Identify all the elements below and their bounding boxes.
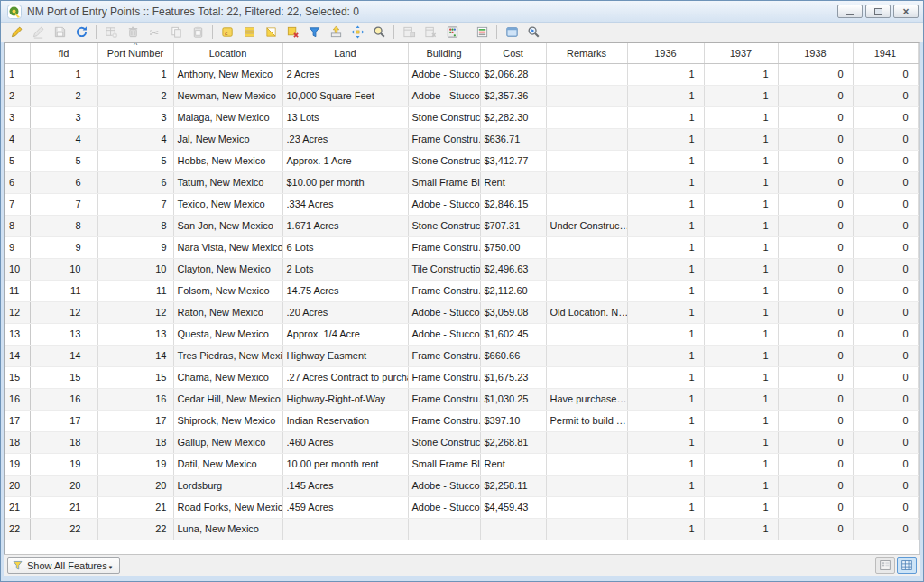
- cell-fid[interactable]: 11: [30, 280, 97, 301]
- row-number[interactable]: 18: [5, 431, 30, 453]
- column-header-y1938[interactable]: 1938: [778, 43, 853, 63]
- cell-location[interactable]: Folsom, New Mexico: [173, 280, 282, 301]
- cell-y1936[interactable]: 1: [627, 345, 704, 366]
- cell-building[interactable]: [408, 518, 480, 540]
- field-calculator-button[interactable]: [442, 23, 462, 42]
- zoom-to-selection-button[interactable]: [369, 23, 389, 42]
- cell-remarks[interactable]: [546, 193, 627, 215]
- cell-building[interactable]: Frame Constru…: [408, 128, 480, 150]
- cell-cost[interactable]: $2,268.81: [480, 431, 546, 453]
- cell-fid[interactable]: 19: [30, 453, 97, 475]
- row-number[interactable]: 11: [5, 280, 30, 301]
- cell-y1941[interactable]: 0: [853, 431, 918, 453]
- cell-y1938[interactable]: 0: [778, 128, 853, 150]
- delete-field-button[interactable]: [420, 23, 440, 42]
- cell-building[interactable]: Adobe - Stucco: [408, 475, 480, 496]
- row-number[interactable]: 10: [5, 258, 30, 280]
- row-number[interactable]: 4: [5, 128, 30, 150]
- cell-land[interactable]: Highway-Right-of-Way: [282, 388, 408, 410]
- cell-y1941[interactable]: 0: [853, 301, 918, 323]
- cell-y1941[interactable]: 0: [853, 496, 918, 518]
- cell-y1941[interactable]: 0: [853, 106, 918, 128]
- cell-y1937[interactable]: 1: [704, 518, 778, 540]
- cell-land[interactable]: .20 Acres: [282, 301, 408, 323]
- cell-cost[interactable]: $2,258.11: [480, 475, 546, 496]
- cell-remarks[interactable]: Old Location. N…: [546, 301, 627, 323]
- form-view-toggle[interactable]: [875, 557, 895, 574]
- cell-remarks[interactable]: [546, 171, 627, 193]
- cell-building[interactable]: Adobe - Stucco: [408, 301, 480, 323]
- cell-y1938[interactable]: 0: [778, 63, 853, 85]
- cell-location[interactable]: Anthony, New Mexico: [173, 63, 282, 85]
- dock-attribute-table-button[interactable]: [502, 23, 522, 42]
- cell-remarks[interactable]: [546, 280, 627, 301]
- cell-y1938[interactable]: 0: [778, 496, 853, 518]
- row-number[interactable]: 2: [5, 85, 30, 106]
- cell-location[interactable]: Jal, New Mexico: [173, 128, 282, 150]
- row-number[interactable]: 21: [5, 496, 30, 518]
- cell-y1938[interactable]: 0: [778, 301, 853, 323]
- cell-y1941[interactable]: 0: [853, 171, 918, 193]
- cell-port[interactable]: 22: [97, 518, 173, 540]
- cell-port[interactable]: 8: [97, 215, 173, 236]
- cell-y1936[interactable]: 1: [627, 366, 704, 388]
- cell-fid[interactable]: 9: [30, 236, 97, 258]
- cell-y1941[interactable]: 0: [853, 215, 918, 236]
- cell-cost[interactable]: Rent: [480, 171, 546, 193]
- cell-y1937[interactable]: 1: [704, 453, 778, 475]
- cell-y1936[interactable]: 1: [627, 258, 704, 280]
- cell-fid[interactable]: 8: [30, 215, 97, 236]
- cell-y1941[interactable]: 0: [853, 388, 918, 410]
- cell-location[interactable]: Datil, New Mexico: [173, 453, 282, 475]
- cell-port[interactable]: 18: [97, 431, 173, 453]
- cell-y1941[interactable]: 0: [853, 410, 918, 431]
- cell-building[interactable]: Stone Construc…: [408, 431, 480, 453]
- new-field-button[interactable]: [399, 23, 419, 42]
- cell-cost[interactable]: $636.71: [480, 128, 546, 150]
- cell-land[interactable]: .334 Acres: [282, 193, 408, 215]
- cell-building[interactable]: Small Frame Bl…: [408, 453, 480, 475]
- cell-port[interactable]: 7: [97, 193, 173, 215]
- cell-y1937[interactable]: 1: [704, 301, 778, 323]
- column-header-fid[interactable]: fid: [30, 43, 97, 63]
- cell-land[interactable]: Approx. 1 Acre: [282, 150, 408, 171]
- column-header-building[interactable]: Building: [408, 43, 480, 63]
- row-number[interactable]: 9: [5, 236, 30, 258]
- cell-cost[interactable]: $2,112.60: [480, 280, 546, 301]
- cell-y1941[interactable]: 0: [853, 258, 918, 280]
- cell-y1936[interactable]: 1: [627, 388, 704, 410]
- cell-fid[interactable]: 2: [30, 85, 97, 106]
- cell-building[interactable]: Adobe - Stucco: [408, 496, 480, 518]
- row-number[interactable]: 15: [5, 366, 30, 388]
- cell-y1938[interactable]: 0: [778, 518, 853, 540]
- cell-y1941[interactable]: 0: [853, 150, 918, 171]
- cell-cost[interactable]: $4,459.43: [480, 496, 546, 518]
- cell-y1941[interactable]: 0: [853, 280, 918, 301]
- column-header-y1936[interactable]: 1936: [627, 43, 704, 63]
- cell-remarks[interactable]: [546, 150, 627, 171]
- cell-y1938[interactable]: 0: [778, 258, 853, 280]
- cell-cost[interactable]: $707.31: [480, 215, 546, 236]
- row-number[interactable]: 17: [5, 410, 30, 431]
- cut-features-button[interactable]: ✂: [144, 23, 164, 42]
- cell-y1941[interactable]: 0: [853, 366, 918, 388]
- cell-fid[interactable]: 16: [30, 388, 97, 410]
- cell-y1941[interactable]: 0: [853, 518, 918, 540]
- filter-select-by-form-button[interactable]: [304, 23, 324, 42]
- cell-port[interactable]: 1: [97, 63, 173, 85]
- cell-remarks[interactable]: [546, 323, 627, 345]
- cell-land[interactable]: 2 Acres: [282, 63, 408, 85]
- cell-y1936[interactable]: 1: [627, 323, 704, 345]
- cell-location[interactable]: Gallup, New Mexico: [173, 431, 282, 453]
- column-header-y1937[interactable]: 1937: [704, 43, 778, 63]
- row-number[interactable]: 5: [5, 150, 30, 171]
- cell-location[interactable]: San Jon, New Mexico: [173, 215, 282, 236]
- cell-land[interactable]: 13 Lots: [282, 106, 408, 128]
- cell-location[interactable]: Nara Vista, New Mexico: [173, 236, 282, 258]
- cell-land[interactable]: 2 Lots: [282, 258, 408, 280]
- cell-port[interactable]: 11: [97, 280, 173, 301]
- cell-building[interactable]: Stone Construc…: [408, 106, 480, 128]
- cell-land[interactable]: Approx. 1/4 Acre: [282, 323, 408, 345]
- cell-y1941[interactable]: 0: [853, 63, 918, 85]
- delete-selected-features-button[interactable]: [123, 23, 143, 42]
